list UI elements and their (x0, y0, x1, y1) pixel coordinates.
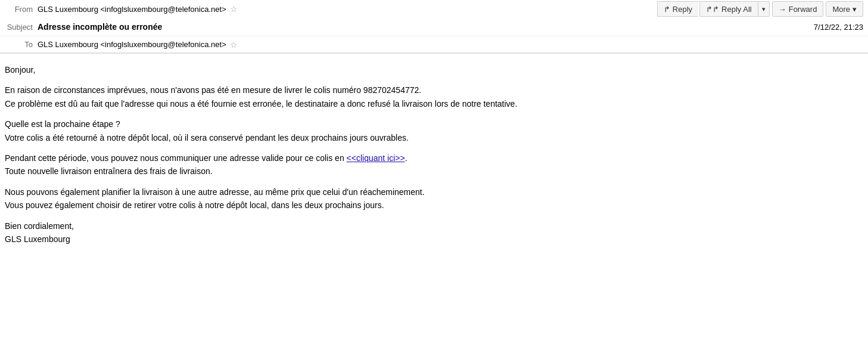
dropdown-icon: ▾ (762, 5, 766, 13)
more-dropdown-icon: ▾ (853, 5, 857, 14)
subject-label: Subject (5, 23, 38, 32)
greeting: Bonjour, (5, 63, 863, 76)
paragraph-2-line-2: Votre colis a été retourné à notre dépôt… (5, 133, 409, 143)
paragraph-4: Nous pouvons également planifier la livr… (5, 185, 863, 212)
paragraph-3-pre: Pendant cette période, vous pouvez nous … (5, 153, 347, 163)
reply-button[interactable]: ↱ Reply (657, 1, 698, 17)
subject-value: Adresse incomplète ou erronée (38, 22, 162, 32)
paragraph-2: Quelle est la prochaine étape ? Votre co… (5, 117, 863, 144)
paragraph-4-line-2: Vous pouvez également choisir de retirer… (5, 200, 384, 210)
reply-label: Reply (673, 5, 692, 14)
reply-all-label: Reply All (721, 5, 752, 14)
from-star-icon[interactable]: ☆ (230, 4, 238, 14)
action-buttons: ↱ Reply ↱↱ Reply All ▾ → Forward More ▾ (657, 1, 863, 17)
paragraph-2-line-1: Quelle est la prochaine étape ? (5, 119, 120, 129)
from-row: From GLS Luxembourg <infoglsluxembourg@t… (0, 0, 868, 18)
reply-all-group: ↱↱ Reply All ▾ (699, 1, 770, 17)
paragraph-1: En raison de circonstances imprévues, no… (5, 83, 863, 110)
email-timestamp: 7/12/22, 21:23 (814, 23, 863, 32)
to-row: To GLS Luxembourg <infoglsluxembourg@tel… (0, 36, 868, 52)
cliquant-ici-link[interactable]: <<cliquant ici>> (347, 153, 405, 163)
paragraph-1-line-2: Ce problème est dû au fait que l'adresse… (5, 99, 517, 109)
to-label: To (5, 40, 38, 49)
forward-label: Forward (789, 5, 817, 14)
from-value: GLS Luxembourg <infoglsluxembourg@telefo… (38, 5, 226, 14)
from-label: From (5, 5, 38, 14)
more-button[interactable]: More ▾ (826, 1, 863, 17)
paragraph-4-line-1: Nous pouvons également planifier la livr… (5, 187, 425, 197)
reply-icon: ↱ (664, 5, 670, 14)
reply-all-button[interactable]: ↱↱ Reply All (699, 1, 758, 17)
paragraph-1-line-1: En raison de circonstances imprévues, no… (5, 85, 421, 95)
more-label: More (832, 5, 850, 14)
signature: GLS Luxembourg (5, 234, 70, 244)
closing: Bien cordialement, (5, 221, 74, 231)
subject-row: Subject Adresse incomplète ou erronée 7/… (0, 18, 868, 36)
closing-block: Bien cordialement, GLS Luxembourg (5, 219, 863, 246)
paragraph-3-line-2: Toute nouvelle livraison entraînera des … (5, 166, 213, 176)
forward-icon: → (779, 5, 786, 14)
to-star-icon[interactable]: ☆ (230, 40, 238, 49)
paragraph-3-post: . (405, 153, 407, 163)
reply-all-icon: ↱↱ (706, 5, 719, 14)
paragraph-3: Pendant cette période, vous pouvez nous … (5, 151, 863, 178)
reply-all-dropdown-button[interactable]: ▾ (758, 1, 770, 17)
to-value: GLS Luxembourg <infoglsluxembourg@telefo… (38, 40, 226, 49)
email-body: Bonjour, En raison de circonstances impr… (0, 54, 868, 262)
email-header: From GLS Luxembourg <infoglsluxembourg@t… (0, 0, 868, 53)
forward-button[interactable]: → Forward (772, 1, 824, 17)
